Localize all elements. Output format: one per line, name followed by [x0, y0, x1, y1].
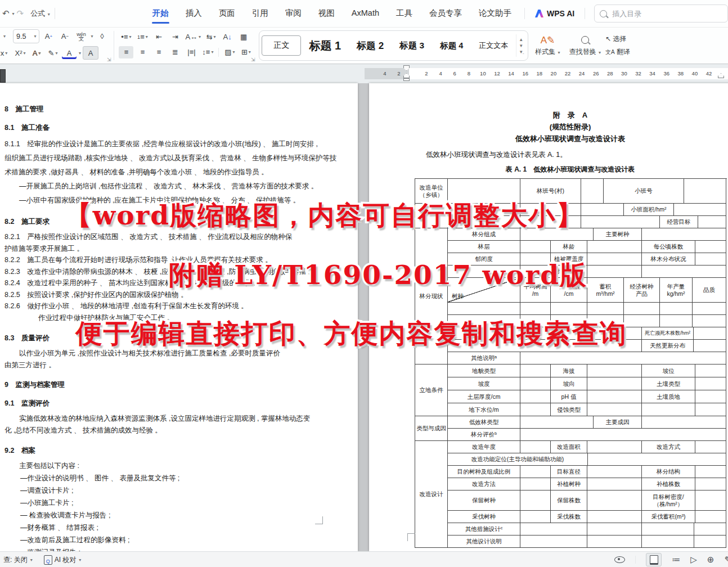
table-cell[interactable]: 目标直径	[551, 466, 587, 478]
table-cell[interactable]: 目标树密度/ （株/hm²）	[642, 490, 695, 511]
table-cell[interactable]	[587, 478, 642, 490]
table-cell[interactable]: 土壤类型	[642, 377, 695, 390]
table-cell[interactable]: 年产量 kg/hm²	[660, 278, 693, 303]
doc-line[interactable]: — 检查验收调查卡片与报告 ;	[5, 509, 323, 521]
table-cell[interactable]	[642, 523, 694, 536]
undo-icon[interactable]: ↶	[2, 8, 10, 19]
table-cell[interactable]	[694, 340, 726, 352]
table-cell[interactable]: 主要成因	[594, 416, 642, 429]
table-cell[interactable]	[587, 441, 642, 453]
table-cell[interactable]	[660, 315, 693, 327]
table-cell[interactable]: 改造年度	[448, 441, 520, 453]
style-gallery-item[interactable]: 标题 2	[349, 39, 392, 52]
style-gallery-item[interactable]: 正文	[262, 35, 301, 56]
doc-line[interactable]: —调查设计卡片 ;	[5, 484, 323, 497]
doc-line[interactable]: 实施低效林改造的林地应纳入森林资源监测体系 ,设立固定样地进行定期观测 , 掌握…	[5, 413, 323, 425]
table-cell[interactable]: 林层	[448, 241, 520, 253]
character-shading-icon[interactable]: A	[83, 46, 98, 60]
table-cell[interactable]	[642, 536, 694, 548]
doc-heading[interactable]: 8.1 施工准备	[5, 123, 323, 132]
table-cell[interactable]	[588, 453, 726, 466]
table-cell[interactable]	[587, 511, 642, 523]
strikethrough-dropdown-icon[interactable]: x▾	[0, 47, 11, 59]
doc-line[interactable]: —作业设计的说明书 、 图件 、 表册及批复文件等 ;	[5, 472, 323, 484]
doc-line[interactable]: 8.2.6 做好作业小班 、 地段的林地清理 ,创造有利于保留木生长发育的环境 …	[5, 300, 323, 312]
table-cell[interactable]	[695, 490, 726, 511]
doc-line[interactable]: 术措施的要求 ,做好器具 、 材料的准备 ,并明确每个改造小班 、 地段的作业指…	[5, 165, 323, 179]
web-layout-icon[interactable]: ⊕	[707, 555, 714, 565]
undo-dropdown-icon[interactable]: ▾	[12, 11, 15, 16]
formula-button[interactable]: 公式 ▾	[30, 8, 50, 19]
table-cell[interactable]	[587, 466, 642, 478]
table-cell[interactable]: 地下水位/m	[448, 403, 520, 416]
ribbon-tab[interactable]: 视图	[310, 0, 343, 27]
table-cell[interactable]	[695, 390, 726, 403]
edit-pen-icon[interactable]: ✎	[724, 555, 728, 565]
table-cell[interactable]: 坡位	[642, 364, 695, 377]
shading-icon[interactable]: ▨▾	[222, 46, 237, 58]
table-cell[interactable]	[642, 266, 726, 278]
table-group-cell[interactable]: 改造设计	[415, 441, 448, 548]
table-cell[interactable]	[587, 364, 642, 377]
table-cell[interactable]	[520, 416, 594, 429]
table-cell[interactable]: 土壤质地	[642, 390, 695, 403]
align-center-icon[interactable]: ≡	[135, 46, 150, 58]
table-cell[interactable]: 坡向	[551, 377, 587, 390]
table-group-cell[interactable]: 立地条件	[415, 364, 448, 416]
reading-preview-icon[interactable]	[614, 556, 625, 563]
table-cell[interactable]	[695, 364, 726, 377]
table-cell[interactable]	[520, 303, 551, 315]
table-cell[interactable]: 采伐树种	[448, 511, 520, 523]
table-cell[interactable]: 其他措施设计ᶜ	[448, 523, 520, 536]
table-cell[interactable]	[642, 403, 695, 416]
table-cell[interactable]: 林木分布状况	[642, 253, 695, 266]
doc-line[interactable]: —改造前后及施工过程的影像资料 ;	[5, 534, 323, 546]
doc-line[interactable]: —小班施工卡片 ;	[5, 497, 323, 509]
table-cell[interactable]: 补植树种	[551, 478, 587, 490]
ribbon-tab[interactable]: 论文助手	[470, 0, 520, 27]
table-cell[interactable]	[695, 403, 726, 416]
ribbon-tab[interactable]: 会员专享	[421, 0, 470, 27]
table-cell[interactable]	[587, 390, 642, 403]
style-gallery-item[interactable]: 标题 1	[301, 38, 349, 53]
style-gallery-item[interactable]: 标题 3	[392, 40, 432, 52]
table-cell[interactable]	[520, 403, 551, 416]
ribbon-tab[interactable]: 工具	[388, 0, 421, 27]
outline-view-icon[interactable]: ≔	[672, 555, 680, 565]
ribbon-tab[interactable]: 开始	[144, 0, 177, 27]
table-cell[interactable]: 补植株数	[642, 478, 695, 490]
table-cell[interactable]	[587, 253, 642, 266]
left-indent-marker[interactable]	[403, 78, 410, 81]
table-cell[interactable]: 地貌类型	[448, 364, 520, 377]
redo-icon[interactable]: ↷	[17, 8, 24, 19]
table-cell[interactable]	[624, 303, 660, 315]
table-cell[interactable]	[695, 241, 726, 253]
table-cell[interactable]: 其他说明ᵃ	[448, 352, 520, 364]
table-cell[interactable]	[684, 179, 726, 204]
table-cell[interactable]	[520, 511, 551, 523]
table-cell[interactable]	[693, 315, 726, 327]
ribbon-tab[interactable]: 页面	[210, 0, 244, 27]
justify-icon[interactable]: ≣	[168, 46, 182, 58]
table-cell[interactable]	[695, 253, 726, 266]
ai-proofread-button[interactable]: Q AI 校对 ▾	[39, 555, 86, 565]
table-cell[interactable]: 林分结构	[642, 466, 695, 478]
doc-heading[interactable]: 9.2 档案	[5, 446, 323, 455]
select-button[interactable]: ↖ 选择	[605, 34, 630, 44]
decrease-font-icon[interactable]: A−	[57, 30, 72, 43]
table-cell[interactable]	[587, 490, 642, 511]
text-effects-icon[interactable]: A▾	[29, 47, 44, 59]
wps-ai-button[interactable]: WPS AI	[529, 9, 580, 18]
table-cell[interactable]	[520, 241, 551, 253]
table-cell[interactable]	[520, 441, 551, 453]
table-cell[interactable]	[660, 303, 693, 315]
table-cell[interactable]	[587, 303, 624, 315]
table-cell[interactable]	[642, 228, 726, 241]
table-cell[interactable]: 低效林类型	[448, 416, 520, 429]
doc-line[interactable]: 化 ,总结不同改造方式 、 技术措施的成效与经验 。	[5, 425, 323, 436]
doc-heading[interactable]: 9.1 监测评价	[5, 399, 323, 408]
table-cell[interactable]	[695, 478, 726, 490]
table-cell[interactable]	[520, 490, 551, 511]
table-cell[interactable]: 林龄	[551, 241, 587, 253]
table-cell[interactable]: 目的树种及组成比例	[448, 466, 520, 478]
